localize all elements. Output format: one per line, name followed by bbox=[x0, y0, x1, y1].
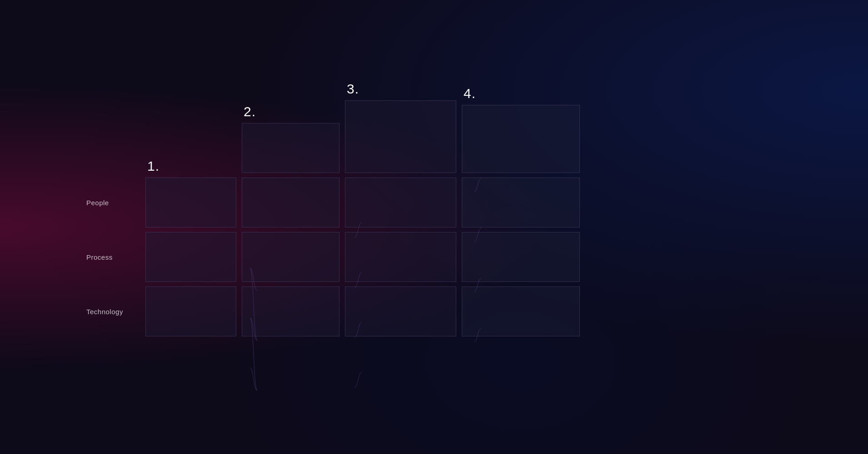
col-4-number: 4. bbox=[462, 86, 476, 101]
cell-3-3 bbox=[345, 232, 456, 282]
main-container: People Process Technology 1. bbox=[0, 0, 868, 454]
cell-3-2 bbox=[345, 178, 456, 227]
cell-1-1 bbox=[145, 178, 236, 227]
cell-3-1 bbox=[345, 100, 456, 173]
row-label-process: Process bbox=[82, 232, 145, 282]
col-3-number: 3. bbox=[345, 81, 359, 97]
col-1-cells bbox=[145, 178, 236, 336]
col-1-number: 1. bbox=[145, 158, 160, 174]
col-4-cells bbox=[462, 105, 580, 336]
cell-2-3 bbox=[242, 232, 339, 282]
cell-2-1 bbox=[242, 123, 339, 173]
cell-2-4 bbox=[242, 286, 339, 336]
cell-1-2 bbox=[145, 232, 236, 282]
column-1: 1. bbox=[145, 158, 236, 336]
row-label-technology: Technology bbox=[82, 286, 145, 336]
cell-4-1 bbox=[462, 105, 580, 173]
cell-4-2 bbox=[462, 178, 580, 227]
col-2-cells bbox=[242, 123, 339, 336]
cell-3-4 bbox=[345, 286, 456, 336]
col-3-cells bbox=[345, 100, 456, 336]
cell-4-4 bbox=[462, 286, 580, 336]
row-label-people: People bbox=[82, 178, 145, 227]
cell-4-3 bbox=[462, 232, 580, 282]
cell-2-2 bbox=[242, 178, 339, 227]
col-2-number: 2. bbox=[242, 104, 256, 119]
cell-1-3 bbox=[145, 286, 236, 336]
row-labels: People Process Technology bbox=[82, 178, 145, 336]
